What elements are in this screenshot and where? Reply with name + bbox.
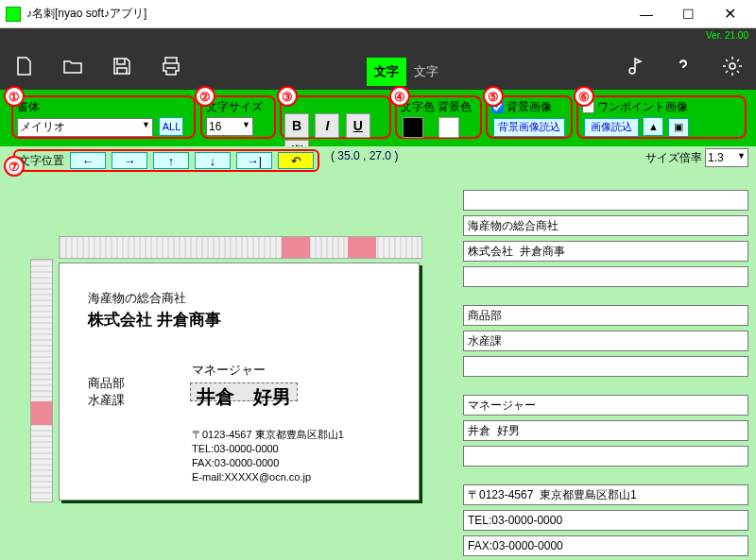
marker-6: ⑥ — [574, 86, 594, 107]
card-dept[interactable]: 商品部 — [88, 375, 125, 392]
coords-display: ( 35.0 , 27.0 ) — [331, 149, 398, 162]
text-color-swatch[interactable] — [403, 117, 423, 138]
font-combo[interactable] — [17, 118, 153, 137]
marker-3: ③ — [277, 86, 298, 107]
tab-bar: 文字 文字 — [367, 58, 446, 86]
field-inputs — [463, 190, 748, 560]
maximize-button[interactable]: ☐ — [667, 1, 709, 27]
color-label: 文字色 背景色 — [401, 99, 476, 115]
music-icon[interactable] — [620, 52, 648, 80]
group-onepoint: ワンポイント画像 画像読込 ▲ ▣ — [576, 95, 747, 139]
work-area: 海産物の総合商社 株式会社 井倉商事 マネージャー 井倉 好男 商品部 水産課 … — [0, 175, 756, 560]
field-9[interactable] — [463, 420, 748, 441]
marker-4: ④ — [389, 86, 410, 107]
field-13[interactable] — [463, 535, 748, 556]
card-addr[interactable]: 〒0123-4567 東京都豊島区郡山1 — [192, 428, 344, 442]
group-position: 文字位置 ← → ↑ ↓ →| ↶ — [13, 149, 319, 172]
tab-text-active[interactable]: 文字 — [367, 58, 406, 86]
version-label: Ver. 21.00 — [0, 28, 756, 42]
group-font: 書体 ALL — [11, 95, 196, 139]
marker-2: ② — [195, 86, 215, 107]
options-bar: ① 書体 ALL ② 文字サイズ ③ B I U 縦 ④ 文字色 背景色 ⑤ 背… — [0, 90, 756, 146]
size-mult-combo[interactable] — [705, 148, 748, 167]
size-mult-label: サイズ倍率 — [645, 151, 702, 164]
business-card[interactable]: 海産物の総合商社 株式会社 井倉商事 マネージャー 井倉 好男 商品部 水産課 … — [59, 263, 420, 501]
ruler-vertical — [30, 259, 53, 502]
field-7[interactable] — [463, 356, 748, 377]
close-button[interactable]: ✕ — [709, 1, 750, 27]
titlebar: ♪名刺[nyao soft♪アプリ] — ☐ ✕ — [0, 0, 756, 28]
position-bar: ⑦ 文字位置 ← → ↑ ↓ →| ↶ ( 35.0 , 27.0 ) サイズ倍… — [0, 146, 756, 175]
scan-icon[interactable]: ▣ — [668, 118, 689, 137]
bgimage-load-button[interactable]: 背景画像読込 — [493, 118, 565, 137]
marker-7: ⑦ — [4, 156, 25, 177]
pos-right-button[interactable]: → — [112, 152, 147, 169]
field-10[interactable] — [463, 446, 748, 467]
field-12[interactable] — [463, 510, 748, 531]
card-mail[interactable]: E-mail:XXXXX@ocn.co.jp — [192, 471, 311, 483]
pos-undo-button[interactable]: ↶ — [278, 152, 314, 169]
minimize-button[interactable]: — — [626, 1, 667, 27]
card-line2[interactable]: 株式会社 井倉商事 — [88, 309, 221, 331]
new-icon[interactable] — [9, 52, 38, 80]
pos-left-button[interactable]: ← — [70, 152, 106, 169]
italic-button[interactable]: I — [315, 113, 339, 138]
card-tel[interactable]: TEL:03-0000-0000 — [192, 443, 279, 454]
field-5[interactable] — [463, 305, 748, 326]
app-icon — [6, 7, 21, 22]
flip-icon[interactable]: ▲ — [643, 117, 663, 136]
image-load-button[interactable]: 画像読込 — [584, 118, 639, 137]
save-icon[interactable] — [108, 52, 136, 80]
font-label: 書体 — [17, 99, 190, 115]
card-name-selected[interactable]: 井倉 好男 — [190, 382, 298, 401]
card-fax[interactable]: FAX:03-0000-0000 — [192, 457, 279, 468]
ruler-horizontal — [59, 236, 422, 259]
size-combo[interactable] — [206, 117, 253, 136]
field-6[interactable] — [463, 331, 748, 351]
window-title: ♪名刺[nyao soft♪アプリ] — [26, 6, 626, 22]
field-4[interactable] — [463, 266, 748, 287]
position-label: 文字位置 — [19, 153, 64, 169]
card-line3[interactable]: マネージャー — [192, 362, 266, 379]
field-3[interactable] — [463, 241, 748, 262]
field-2[interactable] — [463, 215, 748, 236]
bgimage-label: 背景画像 — [507, 100, 552, 113]
group-style: B I U 縦 — [280, 95, 391, 139]
marker-5: ⑤ — [483, 86, 504, 107]
svg-point-0 — [730, 63, 735, 69]
canvas: 海産物の総合商社 株式会社 井倉商事 マネージャー 井倉 好男 商品部 水産課 … — [30, 236, 422, 519]
pos-up-button[interactable]: ↑ — [153, 152, 189, 169]
field-1[interactable] — [463, 190, 748, 211]
card-sect[interactable]: 水産課 — [88, 392, 125, 409]
main-toolbar: 文字 文字 — [0, 42, 756, 90]
pos-tab-button[interactable]: →| — [236, 152, 272, 169]
size-mult-area: サイズ倍率 — [645, 148, 748, 167]
onepoint-label: ワンポイント画像 — [597, 100, 688, 113]
pos-down-button[interactable]: ↓ — [195, 152, 231, 169]
size-label: 文字サイズ — [206, 99, 270, 115]
print-icon[interactable] — [157, 52, 185, 80]
help-icon[interactable] — [669, 52, 697, 80]
bold-button[interactable]: B — [284, 113, 309, 138]
gear-icon[interactable] — [718, 52, 747, 80]
bg-color-swatch[interactable] — [438, 117, 459, 138]
font-all-button[interactable]: ALL — [159, 117, 183, 136]
card-line1[interactable]: 海産物の総合商社 — [88, 290, 186, 307]
field-8[interactable] — [463, 395, 748, 416]
field-11[interactable] — [463, 484, 748, 505]
marker-1: ① — [4, 86, 25, 107]
open-icon[interactable] — [59, 52, 87, 80]
tab-text-inactive[interactable]: 文字 — [406, 58, 446, 86]
underline-button[interactable]: U — [346, 113, 370, 138]
